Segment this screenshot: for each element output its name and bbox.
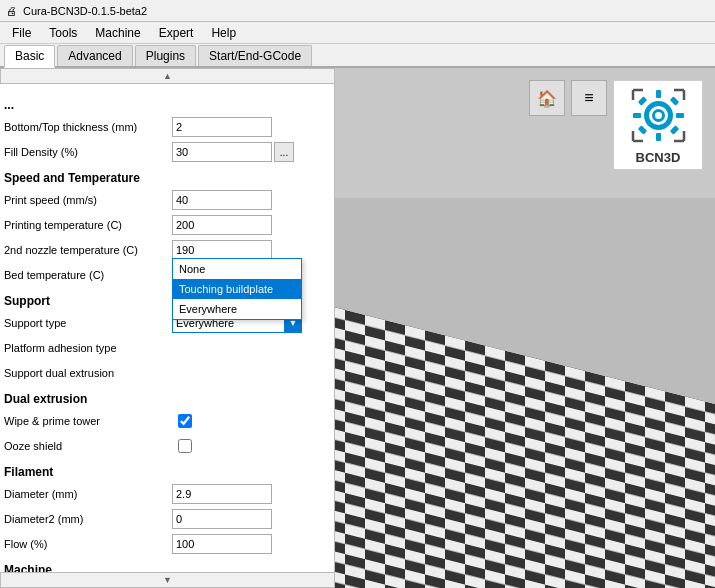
diameter-input[interactable] bbox=[172, 484, 272, 504]
bed-temp-label: Bed temperature (C) bbox=[4, 269, 172, 281]
menu-file[interactable]: File bbox=[4, 24, 39, 42]
platform-adhesion-label: Platform adhesion type bbox=[4, 342, 172, 354]
svg-rect-8 bbox=[637, 125, 646, 134]
menu-tools[interactable]: Tools bbox=[41, 24, 85, 42]
wipe-prime-tower-label: Wipe & prime tower bbox=[4, 415, 172, 427]
print-temp-row: Printing temperature (C) bbox=[4, 214, 330, 236]
support-dual-extrusion-row: Support dual extrusion bbox=[4, 362, 330, 384]
wipe-prime-tower-row: Wipe & prime tower bbox=[4, 410, 330, 432]
flow-row: Flow (%) bbox=[4, 533, 330, 555]
nozzle2-temp-label: 2nd nozzle temperature (C) bbox=[4, 244, 172, 256]
ooze-shield-row: Ooze shield bbox=[4, 435, 330, 457]
bottom-top-thickness-row: Bottom/Top thickness (mm) bbox=[4, 116, 330, 138]
svg-point-1 bbox=[653, 111, 663, 121]
tab-bar: Basic Advanced Plugins Start/End-GCode bbox=[0, 44, 715, 68]
svg-rect-5 bbox=[676, 113, 684, 118]
home-view-button[interactable]: 🏠 bbox=[529, 80, 565, 116]
print-speed-row: Print speed (mm/s) bbox=[4, 189, 330, 211]
settings-scroll-area[interactable]: ... Bottom/Top thickness (mm) Fill Densi… bbox=[0, 84, 334, 572]
scroll-up-button[interactable]: ▲ bbox=[0, 68, 335, 84]
dropdown-option-touching[interactable]: Touching buildplate bbox=[173, 279, 301, 299]
tab-basic[interactable]: Basic bbox=[4, 45, 55, 68]
print-temp-input[interactable] bbox=[172, 215, 272, 235]
dropdown-option-none[interactable]: None bbox=[173, 259, 301, 279]
svg-point-0 bbox=[646, 104, 670, 128]
filament-header: Filament bbox=[4, 465, 330, 479]
svg-rect-7 bbox=[669, 96, 678, 105]
diameter2-label: Diameter2 (mm) bbox=[4, 513, 172, 525]
dual-extrusion-header: Dual extrusion bbox=[4, 392, 330, 406]
menu-machine[interactable]: Machine bbox=[87, 24, 148, 42]
left-panel: ▲ ... Bottom/Top thickness (mm) Fill Den… bbox=[0, 68, 335, 588]
ooze-shield-label: Ooze shield bbox=[4, 440, 172, 452]
menu-bar: File Tools Machine Expert Help bbox=[0, 22, 715, 44]
bcn3d-gear-icon bbox=[631, 88, 686, 143]
diameter-row: Diameter (mm) bbox=[4, 483, 330, 505]
bottom-top-thickness-label: Bottom/Top thickness (mm) bbox=[4, 121, 172, 133]
svg-rect-9 bbox=[669, 125, 678, 134]
speed-temp-header: Speed and Temperature bbox=[4, 171, 330, 185]
machine-header: Machine bbox=[4, 563, 330, 572]
layers-button[interactable]: ≡ bbox=[571, 80, 607, 116]
fill-density-dots-button[interactable]: ... bbox=[274, 142, 294, 162]
support-type-dropdown[interactable]: None Touching buildplate Everywhere bbox=[172, 258, 302, 320]
diameter-label: Diameter (mm) bbox=[4, 488, 172, 500]
flow-label: Flow (%) bbox=[4, 538, 172, 550]
app-title: Cura-BCN3D-0.1.5-beta2 bbox=[23, 5, 147, 17]
app-icon: 🖨 bbox=[6, 5, 17, 17]
bcn3d-logo: BCN3D bbox=[613, 80, 703, 170]
menu-expert[interactable]: Expert bbox=[151, 24, 202, 42]
dropdown-option-everywhere[interactable]: Everywhere bbox=[173, 299, 301, 319]
print-temp-label: Printing temperature (C) bbox=[4, 219, 172, 231]
right-panel-3d-view: 🏠 ≡ bbox=[335, 68, 715, 588]
section-quality-header: ... bbox=[4, 98, 330, 112]
flow-input[interactable] bbox=[172, 534, 272, 554]
tab-plugins[interactable]: Plugins bbox=[135, 45, 196, 66]
toolbar-icons: 🏠 ≡ bbox=[529, 80, 703, 170]
tab-startend[interactable]: Start/End-GCode bbox=[198, 45, 312, 66]
checkerboard-svg bbox=[335, 198, 715, 588]
ooze-shield-checkbox[interactable] bbox=[178, 439, 192, 453]
support-dual-extrusion-label: Support dual extrusion bbox=[4, 367, 172, 379]
fill-density-row: Fill Density (%) ... bbox=[4, 141, 330, 163]
print-speed-input[interactable] bbox=[172, 190, 272, 210]
fill-density-label: Fill Density (%) bbox=[4, 146, 172, 158]
svg-rect-4 bbox=[633, 113, 641, 118]
support-type-label: Support type bbox=[4, 317, 172, 329]
title-bar: 🖨 Cura-BCN3D-0.1.5-beta2 bbox=[0, 0, 715, 22]
menu-help[interactable]: Help bbox=[203, 24, 244, 42]
nozzle2-temp-input[interactable] bbox=[172, 240, 272, 260]
fill-density-input[interactable] bbox=[172, 142, 272, 162]
print-speed-label: Print speed (mm/s) bbox=[4, 194, 172, 206]
diameter2-row: Diameter2 (mm) bbox=[4, 508, 330, 530]
tab-advanced[interactable]: Advanced bbox=[57, 45, 132, 66]
svg-rect-3 bbox=[656, 133, 661, 141]
svg-rect-6 bbox=[637, 96, 646, 105]
bottom-top-thickness-input[interactable] bbox=[172, 117, 272, 137]
3d-floor bbox=[335, 198, 715, 588]
scroll-down-button[interactable]: ▼ bbox=[0, 572, 335, 588]
wipe-prime-tower-checkbox[interactable] bbox=[178, 414, 192, 428]
bcn3d-logo-text: BCN3D bbox=[636, 150, 681, 165]
main-content: ▲ ... Bottom/Top thickness (mm) Fill Den… bbox=[0, 68, 715, 588]
diameter2-input[interactable] bbox=[172, 509, 272, 529]
platform-adhesion-row: Platform adhesion type bbox=[4, 337, 330, 359]
svg-rect-2 bbox=[656, 90, 661, 98]
